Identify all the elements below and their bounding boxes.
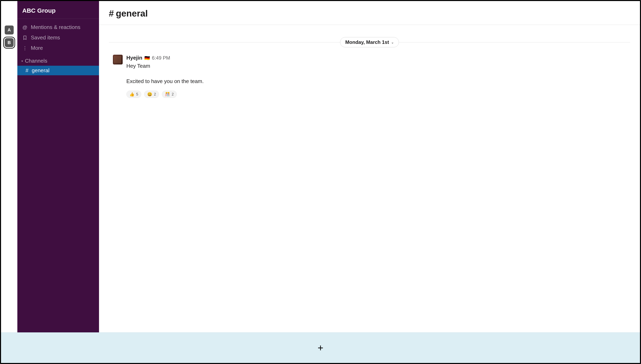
compose-bar[interactable]: + <box>1 332 640 363</box>
message-timestamp[interactable]: 6:49 PM <box>152 55 170 61</box>
confetti-icon: 🎊 <box>165 92 170 97</box>
reaction-count: 2 <box>172 92 174 96</box>
workspace-letter: B <box>8 40 11 45</box>
workspace-rail: A B <box>1 1 17 332</box>
flag-icon: 🇩🇪 <box>144 56 150 61</box>
channel-item-general[interactable]: # general <box>17 66 99 75</box>
message-author[interactable]: Hyejin <box>126 55 142 61</box>
date-pill[interactable]: Monday, March 1st ⌄ <box>340 37 399 47</box>
channel-title[interactable]: # general <box>109 8 630 18</box>
reaction-confetti[interactable]: 🎊 2 <box>162 90 177 98</box>
bookmark-icon <box>22 36 28 40</box>
reaction-thumbs-up[interactable]: 👍 5 <box>126 90 141 98</box>
message-body: Hyejin 🇩🇪 6:49 PM Hey Team Excited to ha… <box>126 55 630 98</box>
plus-icon: + <box>318 343 323 353</box>
caret-down-icon: ▾ <box>22 59 23 63</box>
message-header: Hyejin 🇩🇪 6:49 PM <box>126 55 630 61</box>
workspace-switcher-b[interactable]: B <box>5 38 14 47</box>
channels-header-label: Channels <box>25 58 47 64</box>
sidebar-item-label: Saved items <box>31 34 60 41</box>
sidebar-item-mentions[interactable]: @ Mentions & reactions <box>17 22 99 32</box>
reaction-grinning[interactable]: 😀 2 <box>144 90 159 98</box>
sidebar-item-label: More <box>31 45 43 51</box>
workspace-letter: A <box>8 27 11 33</box>
sidebar-item-more[interactable]: ⋮ More <box>17 43 99 53</box>
date-divider: Monday, March 1st ⌄ <box>109 37 630 47</box>
workspace-switcher-a[interactable]: A <box>5 26 14 34</box>
sidebar: ABC Group @ Mentions & reactions Saved i… <box>17 1 99 332</box>
message-text: Hey Team Excited to have you on the team… <box>126 62 630 85</box>
app-frame: A B ABC Group @ Mentions & reactions <box>0 0 641 364</box>
more-vertical-icon: ⋮ <box>22 45 28 51</box>
grinning-icon: 😀 <box>147 92 152 97</box>
reactions: 👍 5 😀 2 🎊 2 <box>126 90 630 98</box>
thumbs-up-icon: 👍 <box>129 92 135 97</box>
hash-icon: # <box>26 67 28 74</box>
hash-icon: # <box>109 8 114 18</box>
chevron-down-icon: ⌄ <box>391 40 394 44</box>
message: Hyejin 🇩🇪 6:49 PM Hey Team Excited to ha… <box>113 55 630 98</box>
reaction-count: 5 <box>136 92 138 96</box>
sidebar-item-label: Mentions & reactions <box>31 24 81 30</box>
top-area: A B ABC Group @ Mentions & reactions <box>1 1 640 332</box>
channel-name: general <box>32 67 50 74</box>
channel-header: # general <box>99 1 640 25</box>
sidebar-nav: @ Mentions & reactions Saved items ⋮ Mor… <box>17 19 99 54</box>
sidebar-item-saved[interactable]: Saved items <box>17 32 99 43</box>
channel-name: general <box>116 8 148 18</box>
date-label: Monday, March 1st <box>345 40 389 45</box>
workspace-header[interactable]: ABC Group <box>17 3 99 19</box>
avatar[interactable] <box>113 55 123 64</box>
message-area: Monday, March 1st ⌄ Hyejin 🇩🇪 6:49 PM He… <box>99 25 640 332</box>
workspace-name: ABC Group <box>22 7 94 14</box>
reaction-count: 2 <box>154 92 156 96</box>
at-icon: @ <box>22 24 28 30</box>
main: # general Monday, March 1st ⌄ Hyejin <box>99 1 640 332</box>
channels-section-header[interactable]: ▾ Channels <box>17 54 99 66</box>
